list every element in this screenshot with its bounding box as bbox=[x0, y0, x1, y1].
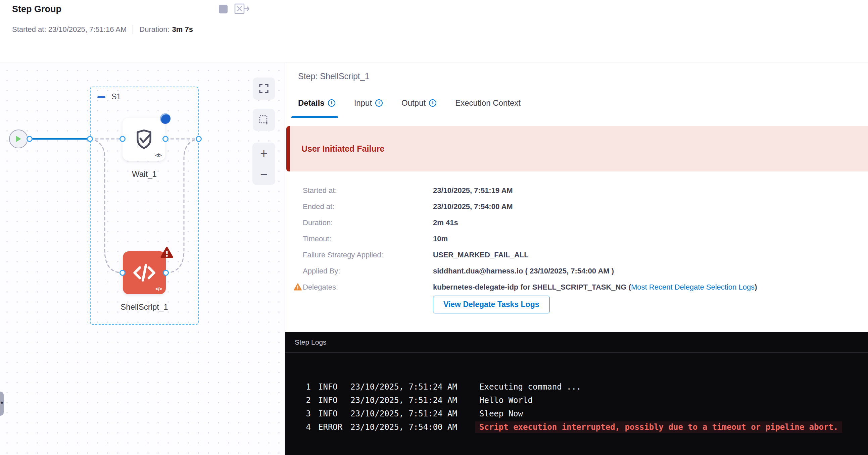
detail-row: Started at:23/10/2025, 7:51:19 AM bbox=[303, 183, 855, 199]
tab-label: Details bbox=[298, 98, 324, 108]
detail-value-suffix: ) bbox=[754, 283, 757, 291]
info-icon[interactable]: i bbox=[328, 99, 335, 107]
node-label-wait-1: Wait_1 bbox=[116, 169, 173, 179]
failure-banner: User Initiated Failure bbox=[286, 126, 868, 171]
details-list: Started at:23/10/2025, 7:51:19 AMEnded a… bbox=[303, 183, 855, 295]
shell-code-glyph: </> bbox=[155, 286, 162, 292]
log-timestamp: 23/10/2025, 7:51:24 AM bbox=[350, 382, 479, 392]
tab-label: Output bbox=[401, 98, 426, 108]
detail-value: 10m bbox=[433, 234, 448, 243]
step-details-panel: Step: ShellScript_1 DetailsiInputiOutput… bbox=[285, 63, 868, 455]
group-label: S1 bbox=[112, 92, 121, 101]
start-node bbox=[9, 130, 28, 148]
detail-value: kubernetes-delegate-idp for SHELL_SCRIPT… bbox=[433, 283, 757, 292]
log-line: 4ERROR23/10/2025, 7:54:00 AMScript execu… bbox=[285, 420, 868, 434]
execution-meta: Started at: 23/10/2025, 7:51:16 AM Durat… bbox=[12, 25, 193, 34]
log-message: Executing command ... bbox=[479, 382, 581, 392]
abort-export-icon[interactable] bbox=[234, 3, 251, 15]
log-output: 1INFO23/10/2025, 7:51:24 AMExecuting com… bbox=[285, 353, 868, 434]
view-delegate-tasks-logs-button[interactable]: View Delegate Tasks Logs bbox=[433, 296, 550, 314]
log-line: 2INFO23/10/2025, 7:51:24 AMHello World bbox=[285, 394, 868, 407]
log-message: Script execution interrupted, possibly d… bbox=[475, 421, 842, 433]
fullscreen-icon bbox=[259, 84, 269, 93]
fit-to-screen-button[interactable] bbox=[253, 77, 275, 100]
marquee-select-icon bbox=[259, 115, 269, 125]
detail-row: Applied By:siddhant.dua@harness.io ( 23/… bbox=[303, 263, 855, 279]
tab-output[interactable]: Outputi bbox=[401, 98, 436, 118]
detail-value: 23/10/2025, 7:54:00 AM bbox=[433, 202, 513, 211]
play-icon bbox=[15, 135, 22, 142]
tab-execution-context[interactable]: Execution Context bbox=[455, 98, 521, 118]
log-line-number: 3 bbox=[305, 409, 311, 418]
node-shellscript-1[interactable]: </> bbox=[123, 251, 166, 294]
meta-divider bbox=[132, 25, 133, 34]
marquee-select-button[interactable] bbox=[253, 109, 275, 131]
detail-row: Failure Strategy Applied:USER_MARKED_FAI… bbox=[303, 247, 855, 263]
zoom-out-button[interactable]: − bbox=[260, 168, 268, 181]
connector-point bbox=[120, 136, 126, 142]
tab-label: Execution Context bbox=[455, 98, 521, 108]
zoom-controls: + − bbox=[252, 142, 275, 185]
connector-point bbox=[27, 136, 33, 142]
log-level: INFO bbox=[318, 409, 350, 418]
connector-point bbox=[162, 136, 168, 142]
detail-value: USER_MARKED_FAIL_ALL bbox=[433, 251, 529, 259]
log-level: INFO bbox=[318, 382, 350, 392]
log-timestamp: 23/10/2025, 7:54:00 AM bbox=[350, 422, 479, 432]
duration-text: Duration:3m 7s bbox=[139, 25, 193, 34]
node-wait-1[interactable]: </> bbox=[123, 118, 165, 161]
tab-label: Input bbox=[354, 98, 372, 108]
pipeline-canvas: S1 </> Wait_1 </> ShellScript_1 bbox=[0, 63, 285, 455]
page-header: Step Group Started at: 23/10/2025, 7:51:… bbox=[0, 0, 868, 62]
code-icon bbox=[131, 261, 157, 285]
detail-value: 2m 41s bbox=[433, 219, 458, 227]
connector-point bbox=[163, 270, 169, 276]
log-message: Hello World bbox=[479, 396, 533, 405]
failure-banner-text: User Initiated Failure bbox=[302, 144, 384, 154]
detail-label: Started at: bbox=[303, 186, 433, 195]
log-line: 3INFO23/10/2025, 7:51:24 AMSleep Now bbox=[285, 407, 868, 420]
page-title: Step Group bbox=[12, 4, 61, 14]
detail-label: Duration: bbox=[303, 219, 433, 227]
tab-details[interactable]: Detailsi bbox=[298, 98, 335, 118]
failed-status-badge bbox=[160, 247, 173, 259]
tab-input[interactable]: Inputi bbox=[354, 98, 383, 118]
zoom-in-button[interactable]: + bbox=[260, 147, 268, 160]
detail-value: siddhant.dua@harness.io ( 23/10/2025, 7:… bbox=[433, 267, 614, 275]
connector-point bbox=[120, 270, 126, 276]
log-line-number: 4 bbox=[305, 422, 311, 432]
delegate-selection-logs-link[interactable]: Most Recent Delegate Selection Logs bbox=[631, 283, 754, 291]
log-line-number: 2 bbox=[305, 396, 311, 405]
log-timestamp: 23/10/2025, 7:51:24 AM bbox=[350, 396, 479, 405]
detail-label: Timeout: bbox=[303, 234, 433, 243]
console-title: Step Logs bbox=[285, 332, 868, 353]
started-at-text: Started at: 23/10/2025, 7:51:16 AM bbox=[12, 25, 127, 34]
warning-icon bbox=[294, 283, 302, 291]
stop-square-icon[interactable] bbox=[219, 5, 227, 13]
connector-point bbox=[87, 136, 93, 142]
tab-bar: DetailsiInputiOutputiExecution Context bbox=[298, 98, 521, 118]
connector-point bbox=[196, 136, 202, 142]
detail-label: Ended at: bbox=[303, 202, 433, 211]
template-code-glyph: </> bbox=[155, 152, 161, 158]
log-level: INFO bbox=[318, 396, 350, 405]
detail-value: 23/10/2025, 7:51:19 AM bbox=[433, 186, 513, 195]
step-logs-console: Step Logs 1INFO23/10/2025, 7:51:24 AMExe… bbox=[285, 332, 868, 455]
step-title: Step: ShellScript_1 bbox=[298, 71, 370, 81]
running-status-badge bbox=[160, 113, 170, 124]
detail-row: Ended at:23/10/2025, 7:54:00 AM bbox=[303, 199, 855, 215]
detail-label: Applied By: bbox=[303, 267, 433, 275]
detail-label: Failure Strategy Applied: bbox=[303, 251, 433, 259]
collapse-group-icon[interactable] bbox=[97, 96, 105, 98]
detail-row: Duration:2m 41s bbox=[303, 215, 855, 231]
left-panel-toggle-handle[interactable] bbox=[0, 392, 4, 416]
log-timestamp: 23/10/2025, 7:51:24 AM bbox=[350, 409, 479, 418]
detail-row: Delegates:kubernetes-delegate-idp for SH… bbox=[303, 279, 855, 295]
log-line-number: 1 bbox=[305, 382, 311, 392]
log-level: ERROR bbox=[318, 422, 350, 432]
log-line: 1INFO23/10/2025, 7:51:24 AMExecuting com… bbox=[285, 380, 868, 394]
detail-value-prefix: kubernetes-delegate-idp for SHELL_SCRIPT… bbox=[433, 283, 631, 291]
info-icon[interactable]: i bbox=[375, 99, 383, 107]
detail-label: Delegates: bbox=[303, 283, 433, 292]
info-icon[interactable]: i bbox=[429, 99, 436, 107]
